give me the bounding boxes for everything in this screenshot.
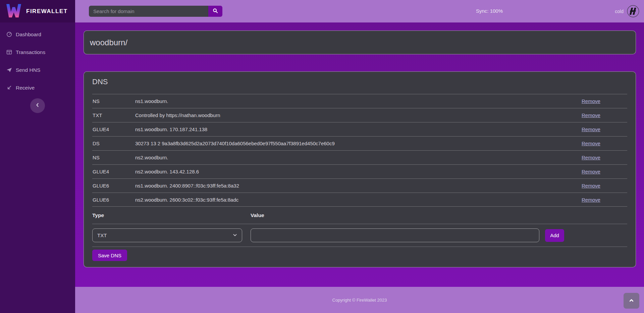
sidebar-item-send-hns[interactable]: Send HNS (0, 63, 75, 77)
dns-card-title: DNS (84, 72, 636, 87)
remove-record-link[interactable]: Remove (582, 98, 600, 104)
firewallet-app: Sync: 100% cold (0, 0, 644, 313)
sidebar-collapse-button[interactable] (30, 98, 45, 113)
record-value: ns1.woodburn. (135, 98, 582, 104)
sidebar-item-label: Receive (16, 85, 35, 91)
main-content: woodburn/ DNS NS ns1.woodburn. Remove TX… (75, 22, 644, 287)
sidebar-nav: Dashboard Transactions S (0, 27, 75, 95)
remove-record-link[interactable]: Remove (582, 141, 600, 146)
record-type: GLUE6 (92, 197, 135, 203)
sync-status: Sync: 100% (476, 8, 503, 14)
domain-card: woodburn/ (84, 31, 636, 54)
search-input[interactable] (89, 6, 208, 17)
domain-title: woodburn/ (90, 38, 127, 47)
dns-record-row: TXT Controlled by https://nathan.woodbur… (92, 108, 627, 122)
chevron-left-icon (35, 103, 40, 109)
arrow-down-left-icon (6, 85, 12, 91)
scroll-to-top-button[interactable] (624, 293, 639, 309)
firewallet-logo-icon (6, 4, 21, 19)
add-record-form: TXT Add (92, 224, 627, 247)
record-value: ns2.woodburn. (135, 155, 582, 160)
dns-record-row: GLUE4 ns1.woodburn. 170.187.241.138 Remo… (92, 122, 627, 136)
record-type: GLUE4 (92, 169, 135, 174)
add-record-header: Type Value (92, 207, 627, 224)
chevron-down-icon (233, 232, 237, 238)
record-type: TXT (92, 112, 135, 118)
chevron-up-icon (629, 298, 634, 304)
brand-name: FIREWALLET (26, 8, 68, 15)
remove-record-link[interactable]: Remove (582, 112, 600, 118)
search-button[interactable] (208, 6, 222, 17)
sidebar-item-label: Transactions (16, 49, 45, 55)
sidebar: FIREWALLET Dashboard (0, 0, 75, 313)
record-value: ns2.woodburn. 143.42.128.6 (135, 169, 582, 174)
record-value: 30273 13 2 9a3a8fb3d625d2a2073d740f10da6… (135, 141, 582, 146)
sidebar-item-receive[interactable]: Receive (0, 81, 75, 95)
record-value: Controlled by https://nathan.woodburn (135, 112, 582, 118)
topbar: Sync: 100% cold (75, 0, 644, 22)
sidebar-item-transactions[interactable]: Transactions (0, 45, 75, 59)
dns-record-row: DS 30273 13 2 9a3a8fb3d625d2a2073d740f10… (92, 136, 627, 150)
record-value: ns1.woodburn. 170.187.241.138 (135, 126, 582, 132)
save-dns-button[interactable]: Save DNS (92, 250, 127, 261)
handshake-logo-icon[interactable] (627, 5, 639, 17)
record-type: NS (92, 155, 135, 160)
footer: Copyright © FireWallet 2023 (75, 287, 644, 313)
dns-card: DNS NS ns1.woodburn. Remove TXT Controll… (84, 71, 636, 267)
dns-record-row: NS ns2.woodburn. Remove (92, 150, 627, 164)
record-value: ns2.woodburn. 2600:3c02::f03c:93ff:fe5a:… (135, 197, 582, 203)
dns-type-select[interactable]: TXT (92, 228, 242, 242)
remove-record-link[interactable]: Remove (582, 126, 600, 132)
dns-value-input[interactable] (251, 228, 539, 242)
remove-record-link[interactable]: Remove (582, 183, 600, 189)
domain-search (89, 6, 222, 17)
remove-record-link[interactable]: Remove (582, 197, 600, 203)
sidebar-item-label: Dashboard (16, 32, 41, 38)
table-icon (6, 49, 12, 55)
gauge-icon (6, 32, 12, 37)
dns-record-row: GLUE6 ns2.woodburn. 2600:3c02::f03c:93ff… (92, 193, 627, 207)
record-value: ns1.woodburn. 2400:8907::f03c:93ff:fe5a:… (135, 183, 582, 189)
record-type: GLUE6 (92, 183, 135, 189)
sidebar-item-label: Send HNS (16, 67, 40, 73)
dns-type-selected-value: TXT (97, 232, 107, 238)
sidebar-item-dashboard[interactable]: Dashboard (0, 27, 75, 42)
dns-records-table: NS ns1.woodburn. Remove TXT Controlled b… (92, 94, 627, 207)
remove-record-link[interactable]: Remove (582, 155, 600, 160)
add-record-button[interactable]: Add (545, 229, 564, 242)
value-column-header: Value (251, 212, 264, 218)
type-column-header: Type (92, 212, 251, 218)
wallet-name-label: cold (615, 9, 624, 14)
record-type: NS (92, 98, 135, 104)
dns-record-row: GLUE6 ns1.woodburn. 2400:8907::f03c:93ff… (92, 178, 627, 193)
remove-record-link[interactable]: Remove (582, 169, 600, 174)
paper-plane-icon (6, 67, 12, 73)
search-icon (213, 8, 218, 14)
record-type: GLUE4 (92, 126, 135, 132)
copyright-text: Copyright © FireWallet 2023 (75, 298, 644, 303)
brand[interactable]: FIREWALLET (0, 0, 75, 22)
dns-record-row: NS ns1.woodburn. Remove (92, 94, 627, 108)
wallet-status: cold (615, 0, 639, 22)
dns-record-row: GLUE4 ns2.woodburn. 143.42.128.6 Remove (92, 164, 627, 178)
record-type: DS (92, 141, 135, 146)
